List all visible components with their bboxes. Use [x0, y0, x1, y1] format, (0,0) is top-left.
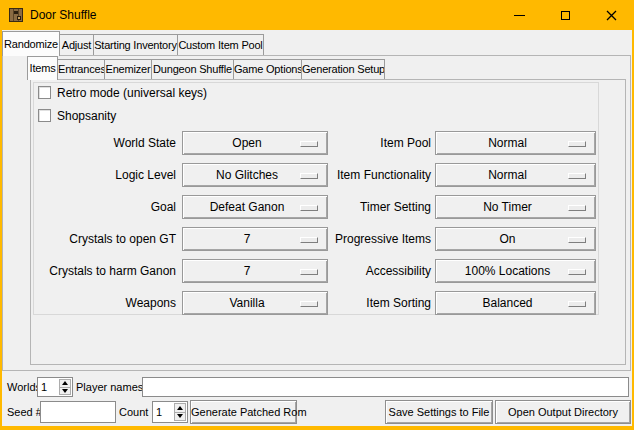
retro-mode-checkbox[interactable]: [38, 86, 51, 99]
progressive-items-label: Progressive Items: [334, 227, 431, 251]
arrow-down-icon: [62, 389, 68, 393]
worlds-value: 1: [41, 378, 58, 396]
item-functionality-label: Item Functionality: [334, 163, 431, 187]
player-names-label: Player names: [76, 377, 143, 397]
retro-mode-label: Retro mode (universal keys): [57, 85, 207, 101]
logic-level-dropdown[interactable]: No Glitches: [182, 163, 328, 187]
tab-adjust[interactable]: Adjust: [59, 34, 94, 55]
door-icon: [8, 7, 24, 23]
close-icon: [606, 10, 617, 21]
accessibility-label: Accessibility: [334, 259, 431, 283]
maximize-button[interactable]: [542, 0, 588, 30]
timer-setting-label: Timer Setting: [334, 195, 431, 219]
tab-items[interactable]: Items: [27, 56, 58, 80]
dropdown-indicator-icon: [300, 173, 318, 179]
dropdown-indicator-icon: [568, 205, 586, 211]
tab-randomize[interactable]: Randomize: [2, 31, 60, 56]
shopsanity-label: Shopsanity: [57, 108, 116, 124]
tab-starting-inventory[interactable]: Starting Inventory: [93, 34, 178, 55]
player-names-input[interactable]: [142, 377, 629, 397]
count-spinner[interactable]: 1: [152, 401, 188, 423]
item-sorting-dropdown[interactable]: Balanced: [435, 291, 596, 315]
minimize-button[interactable]: [496, 0, 542, 30]
titlebar: Door Shuffle: [0, 0, 634, 30]
item-sorting-label: Item Sorting: [334, 291, 431, 315]
arrow-up-icon: [62, 381, 68, 385]
spin-down-button[interactable]: [59, 388, 71, 396]
window-title: Door Shuffle: [30, 0, 97, 30]
spinner-arrows: [59, 379, 71, 395]
dropdown-indicator-icon: [568, 301, 586, 307]
crystals-ganon-dropdown[interactable]: 7: [182, 259, 328, 283]
crystals-gt-dropdown[interactable]: 7: [182, 227, 328, 251]
tab-dungeon-shuffle[interactable]: Dungeon Shuffle: [151, 59, 234, 79]
weapons-label: Weapons: [33, 291, 176, 315]
dropdown-indicator-icon: [568, 141, 586, 147]
close-button[interactable]: [588, 0, 634, 30]
open-output-directory-button[interactable]: Open Output Directory: [495, 400, 631, 424]
tab-game-options[interactable]: Game Options: [233, 59, 302, 79]
crystals-ganon-label: Crystals to harm Ganon: [33, 259, 176, 283]
world-state-label: World State: [33, 131, 176, 155]
arrow-up-icon: [177, 406, 183, 410]
dropdown-indicator-icon: [300, 141, 318, 147]
worlds-spinner[interactable]: 1: [37, 377, 73, 397]
tab-custom-item-pool[interactable]: Custom Item Pool: [177, 34, 264, 55]
accessibility-dropdown[interactable]: 100% Locations: [435, 259, 596, 283]
spin-up-button[interactable]: [174, 403, 186, 413]
save-settings-button[interactable]: Save Settings to File: [385, 400, 493, 424]
worlds-label: Worlds: [7, 377, 41, 397]
dropdown-indicator-icon: [568, 269, 586, 275]
item-pool-dropdown[interactable]: Normal: [435, 131, 596, 155]
count-value: 1: [156, 402, 173, 422]
dropdown-indicator-icon: [300, 205, 318, 211]
dropdown-indicator-icon: [568, 173, 586, 179]
dropdown-indicator-icon: [300, 301, 318, 307]
timer-setting-dropdown[interactable]: No Timer: [435, 195, 596, 219]
shopsanity-checkbox[interactable]: [38, 109, 51, 122]
item-functionality-dropdown[interactable]: Normal: [435, 163, 596, 187]
arrow-down-icon: [177, 414, 183, 418]
item-pool-label: Item Pool: [334, 131, 431, 155]
logic-level-label: Logic Level: [33, 163, 176, 187]
spin-up-button[interactable]: [59, 379, 71, 388]
generate-patched-rom-button[interactable]: Generate Patched Rom: [190, 400, 297, 424]
door-shuffle-window: Door Shuffle Randomize Adjust Starting I…: [0, 0, 634, 430]
dropdown-indicator-icon: [300, 269, 318, 275]
tab-generation-setup[interactable]: Generation Setup: [301, 59, 385, 79]
count-label: Count: [119, 401, 148, 423]
maximize-icon: [561, 11, 570, 20]
tab-entrances[interactable]: Entrances: [57, 59, 105, 79]
weapons-dropdown[interactable]: Vanilla: [182, 291, 328, 315]
seed-input[interactable]: [40, 401, 116, 423]
spin-down-button[interactable]: [174, 413, 186, 422]
spinner-arrows: [174, 403, 186, 421]
window-border: [0, 426, 634, 430]
crystals-gt-label: Crystals to open GT: [33, 227, 176, 251]
tab-enemizer[interactable]: Enemizer: [104, 59, 152, 79]
goal-dropdown[interactable]: Defeat Ganon: [182, 195, 328, 219]
dropdown-indicator-icon: [300, 237, 318, 243]
progressive-items-dropdown[interactable]: On: [435, 227, 596, 251]
goal-label: Goal: [33, 195, 176, 219]
world-state-dropdown[interactable]: Open: [182, 131, 328, 155]
seed-label: Seed #: [7, 401, 42, 423]
minimize-icon: [514, 15, 525, 16]
dropdown-indicator-icon: [568, 237, 586, 243]
